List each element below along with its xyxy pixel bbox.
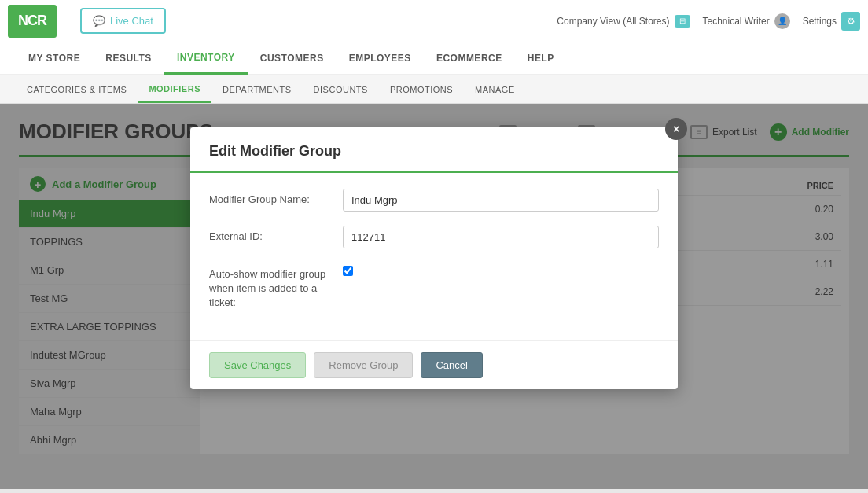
nav-ecommerce[interactable]: ECOMMERCE [424, 43, 515, 73]
modal-close-button[interactable]: × [665, 118, 687, 140]
ncr-logo: NCR [8, 5, 57, 38]
settings-link[interactable]: Settings ⚙ [803, 12, 860, 31]
edit-modifier-group-modal: × Edit Modifier Group Modifier Group Nam… [190, 127, 678, 389]
top-bar: NCR 💬 Live Chat Company View (All Stores… [0, 0, 868, 42]
external-id-label: External ID: [209, 226, 343, 242]
nav-customers[interactable]: CUSTOMERS [248, 43, 337, 73]
modal-footer: Save Changes Remove Group Cancel [190, 340, 678, 389]
settings-label: Settings [803, 16, 837, 27]
remove-group-button[interactable]: Remove Group [314, 352, 413, 378]
modal-overlay: × Edit Modifier Group Modifier Group Nam… [0, 104, 868, 489]
modal-title: Edit Modifier Group [190, 127, 678, 173]
live-chat-button[interactable]: 💬 Live Chat [80, 8, 166, 34]
modifier-group-name-input[interactable] [343, 189, 659, 212]
company-view-icon: ⊟ [675, 15, 690, 28]
company-view[interactable]: Company View (All Stores) ⊟ [557, 15, 690, 28]
nav-my-store[interactable]: MY STORE [16, 43, 93, 73]
page-content: MODIFIER GROUPS ⇅ Sort Order ⇅ Sort Alph… [0, 104, 868, 489]
save-changes-button[interactable]: Save Changes [209, 352, 306, 378]
external-id-field-container [343, 226, 659, 248]
main-nav: MY STORE RESULTS INVENTORY CUSTOMERS EMP… [0, 42, 868, 75]
name-label: Modifier Group Name: [209, 189, 343, 205]
form-row-name: Modifier Group Name: [209, 189, 659, 212]
subnav-categories[interactable]: CATEGORIES & ITEMS [16, 77, 138, 102]
modal-body: Modifier Group Name: External ID: Auto-s… [190, 173, 678, 340]
live-chat-label: Live Chat [110, 15, 153, 27]
subnav-manage[interactable]: MANAGE [464, 77, 526, 102]
cancel-button[interactable]: Cancel [421, 352, 482, 378]
nav-employees[interactable]: EMPLOYEES [337, 43, 424, 73]
external-id-input[interactable] [343, 226, 659, 248]
tech-writer: Technical Writer 👤 [703, 13, 790, 29]
chat-icon: 💬 [93, 15, 105, 27]
form-row-external-id: External ID: [209, 226, 659, 248]
nav-help[interactable]: HELP [515, 43, 567, 73]
subnav-departments[interactable]: DEPARTMENTS [211, 77, 303, 102]
auto-show-label: Auto-show modifier group when item is ad… [209, 263, 343, 311]
nav-results[interactable]: RESULTS [93, 43, 164, 73]
subnav-promotions[interactable]: PROMOTIONS [379, 77, 464, 102]
top-bar-right: Company View (All Stores) ⊟ Technical Wr… [557, 12, 860, 31]
name-field-container [343, 189, 659, 212]
user-icon: 👤 [774, 13, 790, 29]
logo-text: NCR [18, 13, 46, 29]
subnav-modifiers[interactable]: MODIFIERS [138, 76, 211, 103]
subnav-discounts[interactable]: DISCOUNTS [303, 77, 379, 102]
gear-icon: ⚙ [841, 12, 860, 31]
nav-inventory[interactable]: INVENTORY [164, 42, 248, 75]
form-row-auto-show: Auto-show modifier group when item is ad… [209, 263, 659, 311]
tech-writer-label: Technical Writer [703, 16, 770, 27]
auto-show-checkbox-container [343, 263, 659, 278]
company-view-label: Company View (All Stores) [557, 16, 669, 27]
sub-nav: CATEGORIES & ITEMS MODIFIERS DEPARTMENTS… [0, 75, 868, 104]
auto-show-checkbox[interactable] [343, 266, 353, 276]
